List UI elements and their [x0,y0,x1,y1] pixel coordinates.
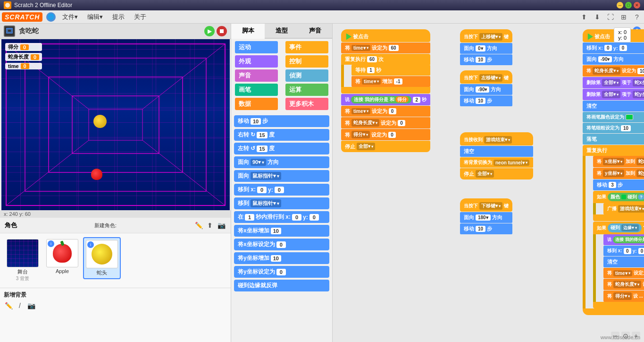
tab-costumes[interactable]: 造型 [265,24,298,38]
block-set-pen-size[interactable]: 将笔细粗设定为 10 [583,123,644,133]
block-glide[interactable]: 在 1 秒内滑行到 x: 0 y: 0 [234,211,329,223]
block-goto-00[interactable]: 移到 x: 0 y: 0 [583,43,644,53]
block-switch-bg[interactable]: 将背景切换为 neon tunnel▾ [460,157,533,168]
sprite-info-icon[interactable]: i [48,240,54,247]
block-face-180[interactable]: 面向 180▾ 方向 [460,212,512,223]
camera-backdrop-button[interactable]: 📷 [26,301,36,310]
menu-about[interactable]: 关于 [131,12,149,22]
block-green-flag-2[interactable]: 被点击 [583,29,644,42]
maximize-button[interactable]: □ [625,2,632,9]
block-set-time-60[interactable]: 将 time▾ 设定为 60 [341,43,430,53]
block-forever-top[interactable]: 重复执行 [583,145,644,156]
language-button[interactable]: 🌐 [46,12,56,22]
paint-sprite-button[interactable]: ✏️ [194,221,203,230]
block-move[interactable]: 移动 10 步 [234,115,329,127]
snake-sprite[interactable] [93,115,107,128]
block-clear-3[interactable]: 清空 [603,256,644,267]
block-set-pen-color[interactable]: 将画笔颜色设定为 [583,112,644,122]
cat-events[interactable]: 事件 [285,41,328,53]
block-set-score-0-2[interactable]: 将 得分▾ 设 ... [603,291,644,302]
block-delete-all-x[interactable]: 删除第 全部▾ 项于 蛇x坐标▾ [583,77,644,88]
toolbar-download[interactable]: ⬇ [592,12,602,22]
block-set-x[interactable]: 将x坐标设定为 0 [234,239,329,250]
green-flag-button[interactable]: ▶ [204,26,215,36]
block-key-up[interactable]: 当按下 上移键▾ 键 [460,29,512,43]
block-turn-right[interactable]: 右转 ↻ 15 度 [234,129,329,141]
block-face-minus90[interactable]: 面向 -90▾ 方向 [460,84,512,95]
block-set-score-0[interactable]: 将 得分▾ 设定为 0 [341,129,430,140]
block-set-length-10[interactable]: 将 蛇身长度▾ 设定为 10 [583,65,644,77]
block-if-edge[interactable]: 如果 碰到 边缘▾ ? 那么 [593,222,644,234]
block-move-3[interactable]: 移动 3 步 [593,180,644,190]
block-move-10-down[interactable]: 移动 10 步 [460,223,512,234]
block-key-down[interactable]: 当按下 下移键▾ 键 [460,198,512,212]
block-broadcast[interactable]: 广播 游戏结束▾ [603,203,644,214]
stop-button[interactable] [217,26,227,36]
upload-sprite-button[interactable]: ⬆ [205,221,215,230]
menu-tips[interactable]: 提示 [109,12,127,22]
tab-sounds[interactable]: 声音 [299,24,332,38]
block-change-y[interactable]: 将y坐标增加 10 [234,252,329,264]
block-change-x[interactable]: 将x坐标增加 10 [234,225,329,237]
cat-sound[interactable]: 声音 [235,69,278,82]
block-clear-2[interactable]: 清空 [583,101,644,111]
cat-sensing[interactable]: 侦测 [285,69,328,82]
block-change-time[interactable]: 将 time▾ 增加 -1 [351,76,430,87]
toolbar-resize[interactable]: ⊞ [619,12,629,22]
minimize-button[interactable]: ─ [617,2,623,9]
block-face-minus90-2[interactable]: 面向 -90▾ 方向 [583,54,644,65]
if-end-1[interactable] [593,214,644,221]
sprite-item-apple[interactable]: i Apple [43,237,81,276]
zoom-plus-button[interactable]: + [632,332,640,340]
block-delete-all-y[interactable]: 删除第 全部▾ 项于 蛇y坐标▾ [583,89,644,100]
block-turn-left[interactable]: 左转 ↺ 15 度 [234,143,329,154]
block-set-length-0-2[interactable]: 将 蛇身长度▾ 设定为 0 [603,279,644,290]
block-key-left[interactable]: 当按下 左移键▾ 键 [460,70,512,84]
toolbar-fullscreen[interactable]: ⛶ [605,12,616,22]
cat-looks[interactable]: 外观 [235,55,278,68]
paint-backdrop-button[interactable]: ✏️ [4,301,13,310]
block-forever-end[interactable] [583,308,644,315]
block-stop-all-1[interactable]: 停止 全部▾ [341,141,430,152]
block-touch-event[interactable]: 当接收到 游戏结束▾ [460,132,533,145]
block-add-y[interactable]: 将 y坐标▾ 加到 蛇y坐标▾ [593,168,644,179]
block-add-x[interactable]: 将 x坐标▾ 加到 蛇x坐标▾ [593,156,644,167]
block-goto-00-2[interactable]: 移到 x: 0 y: 0 [603,246,644,256]
block-goto-target[interactable]: 移到 鼠标指针▾ [234,197,329,209]
if-end-2[interactable] [593,302,644,308]
block-say[interactable]: 说 连接 我的得分是 和 得分 2 秒 [341,94,430,105]
block-repeat-end[interactable] [341,87,430,94]
apple-sprite[interactable] [91,169,104,182]
cat-more[interactable]: 更多积木 [285,98,328,110]
block-set-time-0-2[interactable]: 将 time▾ 设定为 0 [603,268,644,278]
block-pen-down[interactable]: 落笔 [583,134,644,145]
cat-data[interactable]: 数据 [235,98,278,110]
block-set-y[interactable]: 将y坐标设定为 0 [234,266,329,278]
block-move-10-up[interactable]: 移动 10 步 [460,54,512,65]
block-set-time-0[interactable]: 将 time▾ 设定为 0 [341,106,430,117]
upload-backdrop-button[interactable]: / [15,301,25,310]
block-wait-1[interactable]: 等待 1 秒 [351,65,430,76]
block-set-length-0[interactable]: 将 蛇身长度▾ 设定为 0 [341,117,430,128]
script-area[interactable]: ? 被点击 将 time▾ 设定为 60 重复执行 60 次 [333,24,644,342]
cat-control[interactable]: 控制 [285,55,328,68]
block-clear[interactable]: 清空 [460,146,533,157]
cat-motion[interactable]: 运动 [235,41,278,53]
block-goto-xy[interactable]: 移到 x: 0 y: 0 [234,184,329,196]
block-stop-all-2[interactable]: 停止 全部▾ [460,168,533,180]
zoom-reset-button[interactable]: ⊙ [621,332,630,340]
toolbar-help[interactable]: ? [632,12,642,22]
tab-scripts[interactable]: 脚本 [231,24,265,39]
close-button[interactable]: ✕ [634,2,640,9]
block-face-0[interactable]: 面向 0▾ 方向 [460,43,512,54]
stage-thumbnail[interactable]: 舞台3 背景 [4,237,42,284]
cat-pen[interactable]: 画笔 [235,84,278,96]
block-when-green-flag-1[interactable]: 被点击 [341,29,430,42]
sprite-item-snake[interactable]: i 蛇头 [83,237,121,279]
snake-info-icon[interactable]: i [87,241,94,248]
menu-edit[interactable]: 编辑▾ [84,12,106,22]
zoom-minus-button[interactable]: ─ [611,332,619,340]
block-repeat-60[interactable]: 重复执行 60 次 [341,54,430,65]
toolbar-upload[interactable]: ⬆ [579,12,589,22]
block-if-color[interactable]: 如果 颜色 碰到 ? 那么 [593,191,644,203]
